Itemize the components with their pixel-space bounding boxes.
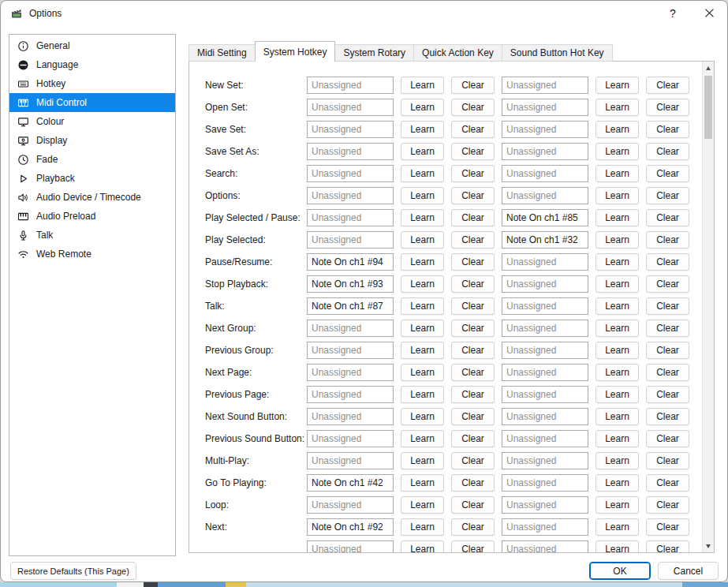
- hotkey-input-1[interactable]: [307, 320, 394, 337]
- hotkey-input-1[interactable]: [307, 386, 394, 403]
- clear-button-2[interactable]: Clear: [646, 165, 689, 182]
- clear-button-1[interactable]: Clear: [451, 253, 495, 271]
- tab-system-rotary[interactable]: System Rotary: [334, 44, 414, 62]
- clear-button-2[interactable]: Clear: [646, 386, 689, 403]
- clear-button-1[interactable]: Clear: [451, 430, 495, 447]
- hotkey-input-2[interactable]: [502, 320, 588, 337]
- hotkey-input-1[interactable]: [307, 121, 394, 138]
- clear-button-2[interactable]: Clear: [646, 77, 689, 94]
- clear-button-1[interactable]: Clear: [451, 143, 495, 160]
- sidebar-item-talk[interactable]: Talk: [9, 226, 175, 245]
- clear-button-2[interactable]: Clear: [646, 209, 689, 226]
- learn-button-2[interactable]: Learn: [595, 165, 639, 182]
- hotkey-input-1[interactable]: [307, 99, 394, 116]
- clear-button-2[interactable]: Clear: [646, 496, 689, 514]
- learn-button-2[interactable]: Learn: [595, 187, 639, 204]
- sidebar-item-colour[interactable]: Colour: [9, 112, 175, 131]
- hotkey-input-2[interactable]: [502, 253, 588, 271]
- hotkey-input-2[interactable]: [502, 121, 588, 138]
- hotkey-input-2[interactable]: [502, 165, 588, 182]
- clear-button-1[interactable]: Clear: [451, 99, 495, 116]
- learn-button-1[interactable]: Learn: [401, 496, 444, 514]
- learn-button-1[interactable]: Learn: [401, 121, 444, 138]
- hotkey-input-2[interactable]: [502, 518, 588, 536]
- learn-button-2[interactable]: Learn: [595, 342, 639, 359]
- hotkey-input-2[interactable]: [502, 540, 588, 552]
- clear-button-1[interactable]: Clear: [451, 452, 495, 469]
- hotkey-input-2[interactable]: [502, 342, 588, 359]
- learn-button-1[interactable]: Learn: [401, 165, 444, 182]
- tab-sound-button-hot-key[interactable]: Sound Button Hot Key: [502, 44, 613, 62]
- hotkey-input-1[interactable]: [307, 364, 394, 381]
- learn-button-2[interactable]: Learn: [595, 253, 639, 271]
- hotkey-input-1[interactable]: [307, 342, 394, 359]
- learn-button-2[interactable]: Learn: [595, 143, 639, 160]
- hotkey-input-2[interactable]: [502, 386, 588, 403]
- learn-button-2[interactable]: Learn: [595, 518, 639, 536]
- learn-button-1[interactable]: Learn: [401, 320, 444, 337]
- tab-midi-setting[interactable]: Midi Setting: [189, 44, 256, 62]
- clear-button-1[interactable]: Clear: [451, 77, 495, 94]
- hotkey-input-1[interactable]: [307, 496, 394, 514]
- hotkey-input-1[interactable]: [307, 540, 394, 552]
- clear-button-1[interactable]: Clear: [451, 187, 495, 204]
- sidebar-item-language[interactable]: Language: [9, 55, 175, 74]
- hotkey-input-2[interactable]: [502, 99, 588, 116]
- hotkey-input-1[interactable]: [307, 408, 394, 425]
- learn-button-1[interactable]: Learn: [401, 209, 444, 226]
- learn-button-1[interactable]: Learn: [401, 518, 444, 536]
- hotkey-input-2[interactable]: [502, 209, 588, 226]
- learn-button-1[interactable]: Learn: [401, 231, 444, 249]
- sidebar-item-hotkey[interactable]: Hotkey: [9, 74, 175, 93]
- clear-button-2[interactable]: Clear: [646, 474, 689, 492]
- clear-button-2[interactable]: Clear: [646, 231, 689, 249]
- learn-button-1[interactable]: Learn: [401, 452, 444, 469]
- clear-button-2[interactable]: Clear: [646, 540, 689, 552]
- clear-button-2[interactable]: Clear: [646, 99, 689, 116]
- hotkey-input-2[interactable]: [502, 474, 588, 492]
- learn-button-1[interactable]: Learn: [401, 540, 444, 552]
- learn-button-2[interactable]: Learn: [595, 99, 639, 116]
- sidebar-item-playback[interactable]: Playback: [9, 169, 175, 188]
- hotkey-input-2[interactable]: [502, 231, 588, 249]
- learn-button-1[interactable]: Learn: [401, 474, 444, 492]
- learn-button-1[interactable]: Learn: [401, 187, 444, 204]
- learn-button-2[interactable]: Learn: [595, 496, 639, 514]
- clear-button-2[interactable]: Clear: [646, 342, 689, 359]
- learn-button-2[interactable]: Learn: [595, 121, 639, 138]
- hotkey-input-2[interactable]: [502, 430, 588, 447]
- clear-button-1[interactable]: Clear: [451, 297, 495, 315]
- hotkey-input-1[interactable]: [307, 518, 394, 536]
- hotkey-input-2[interactable]: [502, 452, 588, 469]
- learn-button-1[interactable]: Learn: [401, 430, 444, 447]
- clear-button-1[interactable]: Clear: [451, 496, 495, 514]
- learn-button-1[interactable]: Learn: [401, 253, 444, 271]
- scroll-up-button[interactable]: [703, 62, 714, 74]
- hotkey-input-1[interactable]: [307, 297, 394, 315]
- scrollbar-thumb[interactable]: [704, 76, 712, 139]
- learn-button-2[interactable]: Learn: [595, 452, 639, 469]
- sidebar-item-audio-preload[interactable]: Audio Preload: [9, 207, 175, 226]
- sidebar-item-general[interactable]: General: [9, 36, 175, 55]
- sidebar-item-fade[interactable]: Fade: [9, 150, 175, 169]
- sidebar-item-midi-control[interactable]: Midi Control: [9, 93, 175, 112]
- clear-button-2[interactable]: Clear: [646, 253, 689, 271]
- hotkey-input-1[interactable]: [307, 165, 394, 182]
- ok-button[interactable]: OK: [589, 562, 651, 580]
- hotkey-input-2[interactable]: [502, 275, 588, 293]
- hotkey-input-1[interactable]: [307, 77, 394, 94]
- clear-button-1[interactable]: Clear: [451, 121, 495, 138]
- clear-button-2[interactable]: Clear: [646, 121, 689, 138]
- clear-button-2[interactable]: Clear: [646, 187, 689, 204]
- clear-button-1[interactable]: Clear: [451, 320, 495, 337]
- hotkey-input-2[interactable]: [502, 496, 588, 514]
- tab-system-hotkey[interactable]: System Hotkey: [255, 41, 336, 62]
- clear-button-1[interactable]: Clear: [451, 275, 495, 293]
- clear-button-2[interactable]: Clear: [646, 275, 689, 293]
- hotkey-input-1[interactable]: [307, 231, 394, 249]
- hotkey-input-1[interactable]: [307, 474, 394, 492]
- tab-quick-action-key[interactable]: Quick Action Key: [413, 44, 502, 62]
- clear-button-2[interactable]: Clear: [646, 320, 689, 337]
- vertical-scrollbar[interactable]: [702, 62, 714, 552]
- hotkey-input-1[interactable]: [307, 430, 394, 447]
